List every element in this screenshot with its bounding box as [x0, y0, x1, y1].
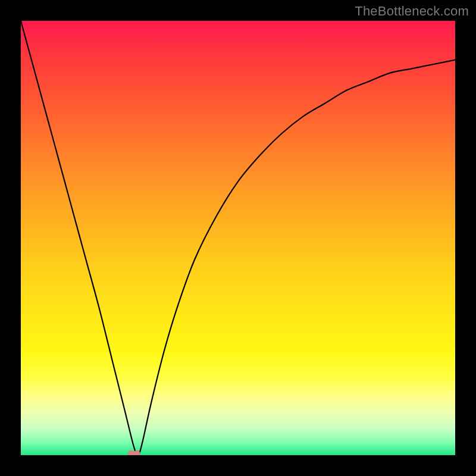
bottleneck-curve-svg [21, 21, 455, 455]
minimum-marker [128, 450, 140, 455]
chart-frame: TheBottleneck.com [0, 0, 476, 476]
watermark-text: TheBottleneck.com [355, 4, 469, 19]
svg-point-1 [133, 450, 140, 455]
plot-area [21, 21, 455, 455]
bottleneck-curve-path [21, 21, 455, 455]
